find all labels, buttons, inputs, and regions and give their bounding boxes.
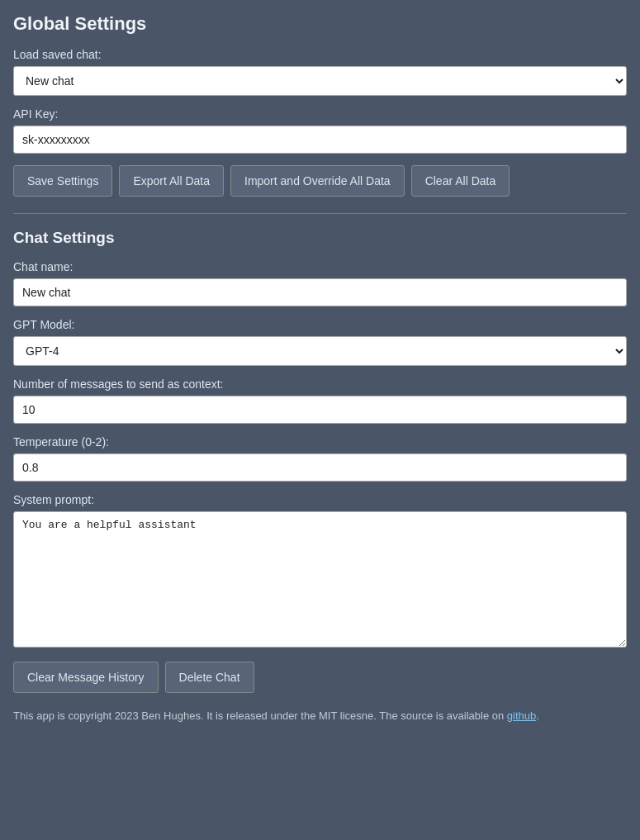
api-key-label: API Key: <box>13 107 627 121</box>
api-key-field: API Key: <box>13 107 627 154</box>
footer: This app is copyright 2023 Ben Hughes. I… <box>13 709 627 722</box>
gpt-model-label: GPT Model: <box>13 318 627 331</box>
gpt-model-select[interactable]: GPT-3.5-turbo GPT-4 <box>13 336 627 366</box>
global-settings-title: Global Settings <box>13 13 627 35</box>
chat-name-input[interactable] <box>13 278 627 306</box>
chat-name-label: Chat name: <box>13 260 627 273</box>
chat-settings-section: Chat Settings Chat name: GPT Model: GPT-… <box>13 229 627 693</box>
import-override-button[interactable]: Import and Override All Data <box>230 165 405 197</box>
temperature-label: Temperature (0-2): <box>13 435 627 448</box>
gpt-model-field: GPT Model: GPT-3.5-turbo GPT-4 <box>13 318 627 366</box>
system-prompt-textarea[interactable] <box>13 511 627 648</box>
global-buttons-row: Save Settings Export All Data Import and… <box>13 165 627 197</box>
clear-all-data-button[interactable]: Clear All Data <box>411 165 510 197</box>
section-divider <box>13 213 627 214</box>
load-saved-chat-field: Load saved chat: New chat <box>13 48 627 96</box>
system-prompt-field: System prompt: <box>13 493 627 650</box>
delete-chat-button[interactable]: Delete Chat <box>165 662 254 693</box>
load-saved-chat-select[interactable]: New chat <box>13 66 627 96</box>
clear-message-history-button[interactable]: Clear Message History <box>13 662 159 693</box>
global-settings-section: Global Settings Load saved chat: New cha… <box>13 13 627 197</box>
num-messages-field: Number of messages to send as context: <box>13 377 627 424</box>
chat-settings-title: Chat Settings <box>13 229 627 247</box>
num-messages-label: Number of messages to send as context: <box>13 377 627 391</box>
export-all-data-button[interactable]: Export All Data <box>119 165 224 197</box>
api-key-input[interactable] <box>13 126 627 154</box>
chat-name-field: Chat name: <box>13 260 627 306</box>
github-link[interactable]: github <box>507 709 536 722</box>
temperature-input[interactable] <box>13 453 627 482</box>
load-saved-chat-label: Load saved chat: <box>13 48 627 61</box>
temperature-field: Temperature (0-2): <box>13 435 627 482</box>
system-prompt-label: System prompt: <box>13 493 627 506</box>
chat-buttons-row: Clear Message History Delete Chat <box>13 662 627 693</box>
num-messages-input[interactable] <box>13 396 627 424</box>
save-settings-button[interactable]: Save Settings <box>13 165 112 197</box>
footer-text: This app is copyright 2023 Ben Hughes. I… <box>13 709 507 722</box>
